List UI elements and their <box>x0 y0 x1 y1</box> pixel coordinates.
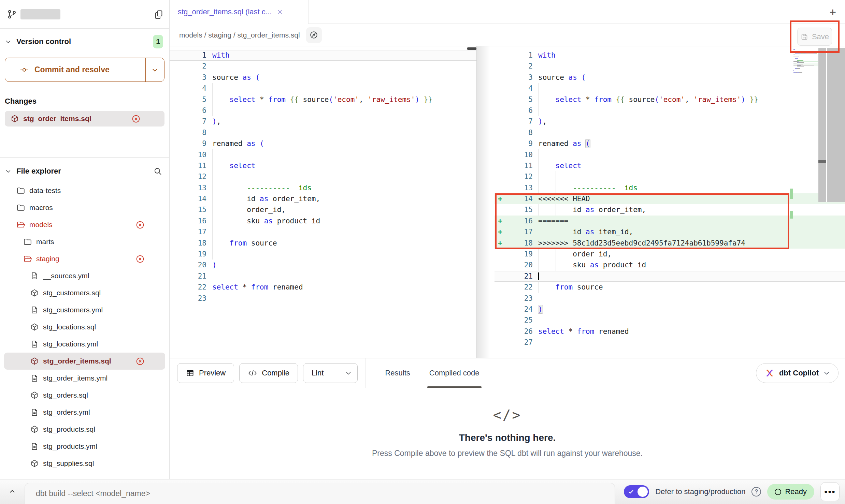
compile-button[interactable]: Compile <box>239 363 298 383</box>
diff-added-marker <box>495 116 507 127</box>
tree-item-stg_locations.yml[interactable]: stg_locations.yml <box>4 336 165 353</box>
model-icon <box>30 288 39 297</box>
tree-item-stg_orders.sql[interactable]: stg_orders.sql <box>4 387 165 404</box>
left-pane-scrollbar-thumb[interactable] <box>467 47 476 50</box>
tab-compiled-code[interactable]: Compiled code <box>429 358 479 388</box>
code-line-3[interactable]: 3source as ( <box>170 72 476 83</box>
code-line-17[interactable]: 17 <box>170 226 476 237</box>
tree-item-stg_locations.sql[interactable]: stg_locations.sql <box>4 318 165 336</box>
line-number: 3 <box>170 72 206 83</box>
diff-added-marker <box>495 138 507 149</box>
code-line-20[interactable]: 20) <box>170 260 476 270</box>
tree-item-label: stg_products.sql <box>43 425 95 433</box>
tree-item-models[interactable]: models <box>4 216 165 233</box>
tree-item-__sources.yml[interactable]: __sources.yml <box>4 267 165 284</box>
code-line-11[interactable]: 11 select <box>170 160 476 171</box>
conflict-x-circle-icon[interactable] <box>135 357 145 366</box>
tab-stg_order_items[interactable]: stg_order_items.sql (last c... <box>170 0 309 24</box>
conflict-x-circle-icon[interactable] <box>135 254 145 264</box>
tree-item-label: models <box>29 221 53 229</box>
lint-button[interactable]: Lint <box>303 363 358 383</box>
tree-item-stg_orders.yml[interactable]: stg_orders.yml <box>4 404 165 421</box>
defer-toggle[interactable] <box>624 485 649 498</box>
code-line-1[interactable]: 1with <box>170 50 476 61</box>
diff-added-marker <box>495 260 507 270</box>
tab-close-icon[interactable] <box>276 9 283 15</box>
line-number: 19 <box>170 249 206 260</box>
code-line-2[interactable]: 2 <box>170 61 476 72</box>
tree-item-marts[interactable]: marts <box>4 233 165 250</box>
lint-options-chevron[interactable] <box>340 364 357 383</box>
code-line-19[interactable]: 19 <box>170 249 476 260</box>
tree-item-stg_products.yml[interactable]: stg_products.yml <box>4 438 165 455</box>
tab-results[interactable]: Results <box>385 358 410 388</box>
history-expand-chevron[interactable] <box>0 488 25 496</box>
version-control-header[interactable]: Version control 1 <box>5 34 164 49</box>
discard-x-circle-icon[interactable] <box>131 114 141 123</box>
editor-pane-original[interactable]: 1with23source as (45 select * from {{ so… <box>170 46 477 358</box>
tree-item-stg_customers.yml[interactable]: stg_customers.yml <box>4 301 165 318</box>
line-number: 18 <box>507 238 533 249</box>
conflict-x-circle-icon[interactable] <box>135 220 145 229</box>
new-tab-button[interactable]: + <box>820 6 845 18</box>
code-line-14[interactable]: 14 id as order_item, <box>170 193 476 204</box>
line-number: 13 <box>170 182 206 193</box>
code-line-6[interactable]: 6 <box>170 105 476 116</box>
code-line-23[interactable]: 23 <box>170 293 476 304</box>
main-row: Version control 1 Commit and resolve <box>0 0 845 479</box>
more-options-button[interactable]: ••• <box>820 482 840 501</box>
copy-docs-icon[interactable] <box>154 9 164 19</box>
scrollbar-area <box>818 48 845 202</box>
code-line-15[interactable]: 15 order_id, <box>170 204 476 215</box>
file-explorer-header[interactable]: File explorer <box>0 164 169 179</box>
code-line-5[interactable]: 5 select * from {{ source('ecom', 'raw_i… <box>170 94 476 105</box>
tree-item-stg_supplies.sql[interactable]: stg_supplies.sql <box>4 455 165 472</box>
diff-added-marker <box>495 182 507 193</box>
tree-item-staging[interactable]: staging <box>4 250 165 267</box>
lint-button-label[interactable]: Lint <box>303 364 330 383</box>
save-button[interactable]: Save <box>797 28 832 46</box>
code-line-12[interactable]: 12 <box>170 171 476 182</box>
diff-added-marker <box>495 204 507 215</box>
tree-item-macros[interactable]: macros <box>4 199 165 216</box>
commit-and-resolve-button[interactable]: Commit and resolve <box>5 58 164 82</box>
help-question-icon[interactable]: ? <box>751 487 761 496</box>
line-number: 15 <box>170 204 206 215</box>
editor-pane-working[interactable]: 1with23source as (45 select * from {{ so… <box>495 46 845 358</box>
lineage-compass-icon[interactable] <box>306 27 322 43</box>
code-text: order_id, <box>206 204 476 215</box>
code-line-22[interactable]: 22select * from renamed <box>170 282 476 293</box>
code-line-13[interactable]: 13 ---------- ids <box>170 182 476 193</box>
code-line-9[interactable]: 9renamed as ( <box>170 138 476 149</box>
tree-item-data-tests[interactable]: data-tests <box>4 182 165 199</box>
tree-item-stg_products.sql[interactable]: stg_products.sql <box>4 421 165 438</box>
scrollbar-track-outer[interactable] <box>827 48 845 202</box>
tree-item-stg_order_items.sql[interactable]: stg_order_items.sql <box>4 353 165 370</box>
changed-file-stg_order_items[interactable]: stg_order_items.sql <box>5 111 164 127</box>
preview-button[interactable]: Preview <box>177 363 234 383</box>
search-icon[interactable] <box>153 166 162 176</box>
line-number: 1 <box>507 50 533 61</box>
toggle-knob <box>638 487 648 497</box>
code-text: source as ( <box>206 72 476 83</box>
tree-item-stg_order_items.yml[interactable]: stg_order_items.yml <box>4 370 165 387</box>
line-number: 8 <box>170 127 206 138</box>
scrollbar-track-inner[interactable] <box>818 48 826 202</box>
commit-options-chevron[interactable] <box>146 58 164 81</box>
dbt-command-input[interactable] <box>36 489 557 498</box>
line-number: 21 <box>170 271 206 282</box>
code-line-21[interactable]: 21 <box>170 271 476 282</box>
code-line-8[interactable]: 8 <box>170 127 476 138</box>
code-line-7[interactable]: 7), <box>170 116 476 127</box>
code-line-18[interactable]: 18 from source <box>170 238 476 249</box>
code-line-16[interactable]: 16 sku as product_id <box>170 216 476 226</box>
pane-splitter[interactable] <box>477 46 495 358</box>
code-line-10[interactable]: 10 <box>170 149 476 160</box>
line-number: 3 <box>507 72 533 83</box>
branch-selector[interactable] <box>7 9 60 19</box>
code-line-4[interactable]: 4 <box>170 83 476 94</box>
dbt-copilot-button[interactable]: dbt Copilot <box>756 363 839 383</box>
tree-item-stg_customers.sql[interactable]: stg_customers.sql <box>4 284 165 301</box>
sidebar-top-bar <box>0 0 169 29</box>
tab-strip: + <box>309 0 845 24</box>
